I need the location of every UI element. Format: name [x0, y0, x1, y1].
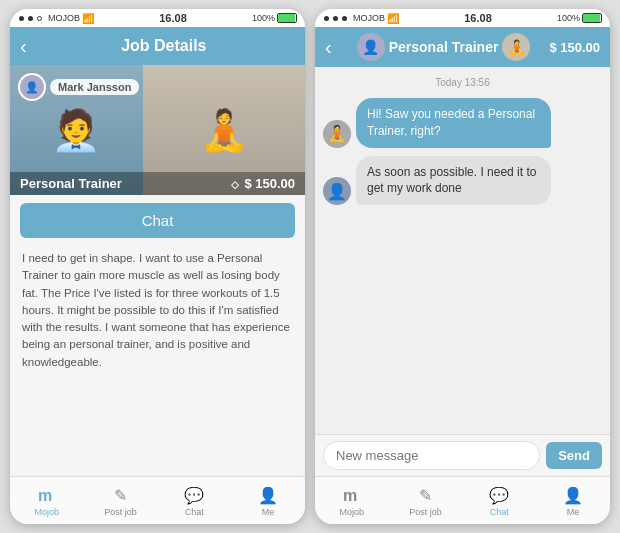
dot1 [19, 16, 24, 21]
left-phone: MOJOB 📶 16.08 100% ‹ Job Details 🧑‍💼 [10, 9, 305, 524]
signal-left: MOJOB 📶 [18, 13, 94, 24]
me-icon-right: 👤 [562, 484, 584, 506]
wifi-icon-right: 📶 [387, 13, 399, 24]
msg-text-1: As soon as possible. I need it to get my… [367, 165, 536, 196]
back-button-left[interactable]: ‹ [20, 35, 27, 58]
postjob-icon-left: ✎ [110, 484, 132, 506]
status-bar-right: MOJOB 📶 16.08 100% [315, 9, 610, 27]
rdot2 [333, 16, 338, 21]
signal-right: MOJOB 📶 [323, 13, 399, 24]
me-icon-left: 👤 [257, 484, 279, 506]
dot3 [37, 16, 42, 21]
nav-item-me-right[interactable]: 👤 Me [536, 481, 610, 520]
job-image: 🧑‍💼 🧘 👤 Mark Jansson Personal Trainer ◇ … [10, 65, 305, 195]
nav-item-chat-left[interactable]: 💬 Chat [158, 481, 232, 520]
time-right: 16.08 [464, 12, 492, 24]
carrier-left: MOJOB [48, 13, 80, 23]
nav-label-chat-right: Chat [490, 507, 509, 517]
nav-label-postjob-left: Post job [104, 507, 137, 517]
mojob-icon-left: m [36, 484, 58, 506]
send-button[interactable]: Send [546, 442, 602, 469]
receiver-avatar-icon: 🧘 [502, 33, 530, 61]
nav-label-postjob-right: Post job [409, 507, 442, 517]
msg-avatar-1: 👤 [323, 177, 351, 205]
wifi-icon-left: 📶 [82, 13, 94, 24]
chat-icon-left: 💬 [183, 484, 205, 506]
nav-item-mojob-right[interactable]: m Mojob [315, 481, 389, 520]
msg-bubble-0: Hi! Saw you needed a Personal Trainer, r… [356, 98, 551, 148]
chat-button[interactable]: Chat [20, 203, 295, 238]
battery-right: 100% [557, 13, 602, 23]
diamond-icon: ◇ [231, 179, 239, 190]
msg-avatar-0: 🧘 [323, 120, 351, 148]
avatar-left: 👤 [18, 73, 46, 101]
battery-bar-right [582, 13, 602, 23]
status-bar-left: MOJOB 📶 16.08 100% [10, 9, 305, 27]
chat-timestamp: Today 13:56 [323, 77, 602, 88]
nav-item-postjob-right[interactable]: ✎ Post job [389, 481, 463, 520]
dot2 [28, 16, 33, 21]
battery-bar-left [277, 13, 297, 23]
nav-item-mojob-left[interactable]: m Mojob [10, 481, 84, 520]
price-bar: Personal Trainer ◇ $ 150.00 [10, 172, 305, 195]
job-description: I need to get in shape. I want to use a … [10, 246, 305, 476]
nav-item-postjob-left[interactable]: ✎ Post job [84, 481, 158, 520]
nav-item-chat-right[interactable]: 💬 Chat [463, 481, 537, 520]
price-label: ◇ $ 150.00 [231, 176, 295, 191]
user-name-tag: Mark Jansson [50, 79, 139, 95]
rdot3 [342, 16, 347, 21]
sender-avatar-icon: 👤 [357, 33, 385, 61]
msg-text-0: Hi! Saw you needed a Personal Trainer, r… [367, 107, 535, 138]
header-left: ‹ Job Details [10, 27, 305, 65]
message-row-0: 🧘 Hi! Saw you needed a Personal Trainer,… [323, 98, 602, 148]
bottom-nav-left: m Mojob ✎ Post job 💬 Chat 👤 Me [10, 476, 305, 524]
back-button-right[interactable]: ‹ [325, 36, 332, 59]
nav-label-chat-left: Chat [185, 507, 204, 517]
nav-label-mojob-right: Mojob [340, 507, 365, 517]
chat-icon-right: 💬 [488, 484, 510, 506]
rdot1 [324, 16, 329, 21]
message-input-bar: Send [315, 434, 610, 476]
svg-text:m: m [343, 487, 357, 504]
user-badge: 👤 Mark Jansson [18, 73, 139, 101]
nav-label-mojob-left: Mojob [35, 507, 60, 517]
battery-left: 100% [252, 13, 297, 23]
chat-header-avatars: 👤 Personal Trainer 🧘 [357, 33, 531, 61]
chat-messages: Today 13:56 🧘 Hi! Saw you needed a Perso… [315, 67, 610, 434]
avatar-icon-0: 🧘 [327, 124, 347, 143]
message-input[interactable] [323, 441, 540, 470]
chat-header-price: $ 150.00 [549, 40, 600, 55]
right-phone: MOJOB 📶 16.08 100% ‹ 👤 Personal Trainer [315, 9, 610, 524]
battery-fill-right [583, 14, 600, 22]
mojob-icon-right: m [341, 484, 363, 506]
nav-item-me-left[interactable]: 👤 Me [231, 481, 305, 520]
carrier-right: MOJOB [353, 13, 385, 23]
battery-fill-left [278, 14, 295, 22]
trainer-figure-right: 🧘 [199, 107, 249, 154]
job-price: $ 150.00 [244, 176, 295, 191]
chat-header-title: Personal Trainer [389, 39, 499, 55]
svg-text:m: m [38, 487, 52, 504]
message-row-1: 👤 As soon as possible. I need it to get … [323, 156, 602, 206]
trainer-figure-left: 🧑‍💼 [51, 107, 101, 154]
bottom-nav-right: m Mojob ✎ Post job 💬 Chat 👤 Me [315, 476, 610, 524]
msg-bubble-1: As soon as possible. I need it to get my… [356, 156, 551, 206]
avatar-icon-left: 👤 [25, 81, 39, 94]
avatar-icon-1: 👤 [327, 182, 347, 201]
nav-label-me-left: Me [262, 507, 275, 517]
job-title-label: Personal Trainer [20, 176, 122, 191]
battery-pct-left: 100% [252, 13, 275, 23]
battery-pct-right: 100% [557, 13, 580, 23]
nav-label-me-right: Me [567, 507, 580, 517]
time-left: 16.08 [159, 12, 187, 24]
postjob-icon-right: ✎ [415, 484, 437, 506]
page-title-left: Job Details [33, 37, 295, 55]
header-right: ‹ 👤 Personal Trainer 🧘 $ 150.00 [315, 27, 610, 67]
chat-avatar-receiver: 🧘 [502, 33, 530, 61]
chat-avatar-sender: 👤 [357, 33, 385, 61]
